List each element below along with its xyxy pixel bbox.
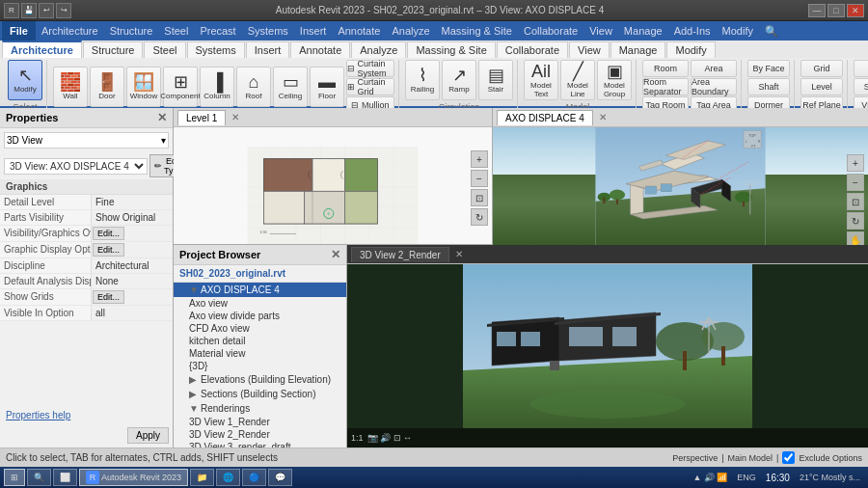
curtain-system-button[interactable]: ⊟ Curtain System (346, 60, 394, 77)
menu-insert[interactable]: Insert (294, 23, 333, 40)
menu-addins[interactable]: Add-Ins (668, 23, 717, 40)
properties-help-link[interactable]: Properties help (0, 407, 173, 423)
pb-close-icon[interactable]: ✕ (331, 248, 340, 261)
tab-steel[interactable]: Steel (144, 41, 185, 58)
menu-massing[interactable]: Massing & Site (436, 23, 518, 40)
menu-steel[interactable]: Steel (158, 23, 194, 40)
apply-button[interactable]: Apply (127, 427, 169, 444)
grids-edit-button[interactable]: Edit... (93, 290, 124, 304)
roof-button[interactable]: ⌂ Roof (236, 67, 271, 107)
menu-modify[interactable]: Modify (717, 23, 759, 40)
curtain-grid-button[interactable]: ⊞ Curtain Grid (346, 78, 394, 95)
menu-precast[interactable]: Precast (194, 23, 241, 40)
tab-view[interactable]: View (569, 41, 610, 58)
column-button[interactable]: ▐ Column (200, 67, 234, 107)
menu-manage[interactable]: Manage (618, 23, 668, 40)
pb-render3[interactable]: 3D View 3_render_draft (174, 441, 346, 447)
zoom-out-button[interactable]: − (471, 170, 488, 187)
ceiling-button[interactable]: ▭ Ceiling (273, 67, 308, 107)
axo-fit[interactable]: ⊡ (847, 193, 864, 210)
axo-rotate[interactable]: ↻ (847, 212, 864, 230)
railing-button[interactable]: ⌇ Railing (405, 60, 440, 100)
modify-button[interactable]: ↖ Modify (8, 60, 42, 100)
wall-button[interactable]: 🧱 Wall (53, 67, 88, 107)
zoom-in-button[interactable]: + (471, 150, 488, 168)
grid-button[interactable]: Grid (800, 60, 843, 77)
by-face-button[interactable]: By Face (747, 60, 790, 77)
render-tab[interactable]: 3D View 2_Render (351, 247, 449, 262)
pb-render1[interactable]: 3D View 1_Render (174, 416, 346, 428)
model-group-button[interactable]: ▣ Model Group (597, 60, 632, 100)
close-button[interactable]: ✕ (847, 4, 864, 17)
minimize-button[interactable]: — (808, 4, 826, 17)
pb-item-material[interactable]: Material view (174, 347, 346, 360)
pb-sections[interactable]: ▶Sections (Building Section) (174, 387, 346, 401)
menu-analyze[interactable]: Analyze (386, 23, 435, 40)
render-close-icon[interactable]: ✕ (455, 249, 463, 259)
axo-zoom-in[interactable]: + (847, 154, 864, 172)
vg-edit-button[interactable]: Edit... (93, 227, 124, 240)
quick-access-undo[interactable]: ↩ (39, 3, 54, 18)
menu-systems[interactable]: Systems (242, 23, 294, 40)
prop-type-selector[interactable]: 3D View ▾ (4, 132, 169, 149)
menu-architecture[interactable]: Architecture (36, 23, 104, 40)
view-name-select[interactable]: 3D View: AXO DISPLACE 4 (4, 158, 148, 175)
properties-close-icon[interactable]: ✕ (157, 111, 167, 124)
render-scene[interactable] (347, 264, 868, 428)
menu-annotate[interactable]: Annotate (332, 23, 386, 40)
stair-button[interactable]: ▤ Stair (478, 60, 513, 100)
level1-tab[interactable]: Level 1 (177, 110, 226, 125)
pb-item-axo4[interactable]: ▼AXO DISPLACE 4 (174, 283, 346, 297)
tab-collaborate[interactable]: Collaborate (497, 41, 568, 58)
pb-renderings[interactable]: ▼Renderings (174, 401, 346, 416)
ramp-button[interactable]: ↗ Ramp (442, 60, 476, 100)
model-line-button[interactable]: ╱ Model Line (560, 60, 595, 100)
tab-structure[interactable]: Structure (83, 41, 144, 58)
tab-modify[interactable]: Modify (666, 41, 715, 58)
floor-button[interactable]: ▬ Floor (310, 67, 344, 107)
teams-taskbar-btn[interactable]: 💬 (268, 469, 292, 486)
menu-view[interactable]: View (583, 23, 618, 40)
menu-search[interactable]: 🔍 (759, 23, 784, 40)
pb-file-name[interactable]: SH02_2023_original.rvt (174, 265, 346, 283)
area-button[interactable]: Area (691, 60, 737, 77)
explorer-taskbar-btn[interactable]: 📁 (190, 469, 214, 486)
edge-taskbar-btn[interactable]: 🔵 (242, 469, 266, 486)
search-button[interactable]: 🔍 (27, 469, 51, 486)
pb-render2[interactable]: 3D View 2_Render (174, 428, 346, 441)
pb-item-3d[interactable]: {3D} (174, 360, 346, 372)
tab-annotate[interactable]: Annotate (290, 41, 350, 58)
pb-item-axoview[interactable]: Axo view (174, 297, 346, 310)
shaft-button[interactable]: Shaft (747, 78, 790, 95)
rotate-button[interactable]: ↻ (471, 208, 488, 226)
exclude-options-checkbox[interactable] (782, 451, 795, 464)
pb-item-axodivide[interactable]: Axo view divide parts (174, 310, 346, 322)
floor-plan-content[interactable]: ① 1:56 + − ⊡ ↻ (174, 127, 492, 244)
axo-pan[interactable]: ✋ (847, 231, 864, 245)
taskview-button[interactable]: ⬜ (53, 469, 77, 486)
set-button[interactable]: Set (854, 60, 868, 77)
axo-zoom-out[interactable]: − (847, 174, 864, 191)
tab-architecture[interactable]: Architecture (2, 41, 82, 58)
show-button[interactable]: Show (854, 78, 868, 95)
pb-item-kitchen[interactable]: kitchen detail (174, 335, 346, 347)
axo-close-icon[interactable]: ✕ (599, 112, 607, 122)
tab-manage[interactable]: Manage (610, 41, 666, 58)
door-button[interactable]: 🚪 Door (90, 67, 124, 107)
menu-collaborate[interactable]: Collaborate (518, 23, 583, 40)
start-button[interactable]: ⊞ (4, 469, 25, 486)
room-button[interactable]: Room (642, 60, 689, 77)
room-separator-button[interactable]: Room Separator (642, 78, 689, 95)
level-button[interactable]: Level (800, 78, 843, 95)
chrome-taskbar-btn[interactable]: 🌐 (216, 469, 240, 486)
tab-systems[interactable]: Systems (187, 41, 245, 58)
component-button[interactable]: ⊞ Component (163, 67, 198, 107)
axo-tab[interactable]: AXO DISPLACE 4 (497, 110, 593, 125)
pb-elevations[interactable]: ▶Elevations (Building Elevation) (174, 372, 346, 387)
gdo-edit-button[interactable]: Edit... (93, 243, 124, 257)
axo-view-content[interactable]: TOP L R FT + − ⊡ ↻ ✋ (493, 127, 868, 245)
fit-view-button[interactable]: ⊡ (471, 189, 488, 206)
maximize-button[interactable]: □ (827, 4, 845, 17)
quick-access-save[interactable]: 💾 (21, 3, 37, 18)
tab-massing[interactable]: Massing & Site (407, 41, 495, 58)
